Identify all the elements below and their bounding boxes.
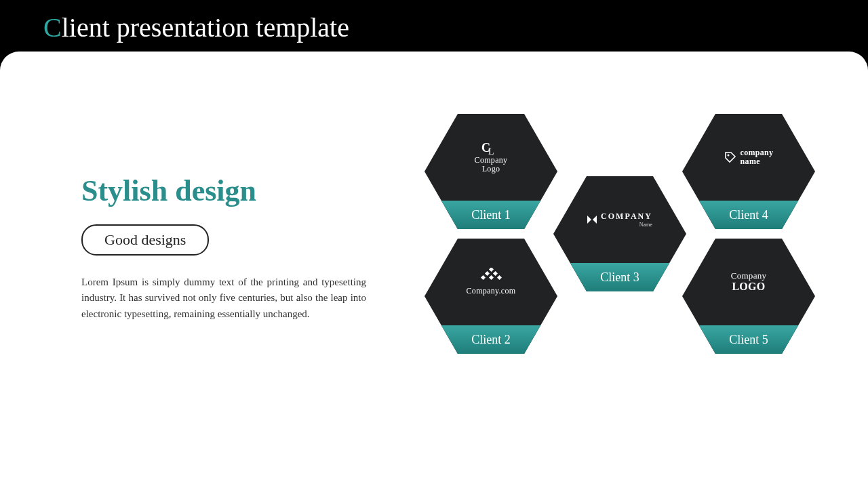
- client-2-label: Client 2: [425, 325, 557, 354]
- svg-marker-9: [593, 216, 597, 224]
- svg-point-10: [727, 155, 729, 157]
- client-2-logo-line1: Company.com: [467, 286, 516, 296]
- content-area: Stylish design Good designs Lorem Ipsum …: [0, 52, 868, 488]
- client-hex-1: C L Company Logo Client 1: [425, 114, 557, 229]
- client-3-logo-line2: Name: [601, 222, 652, 228]
- client-logo-1: C L Company Logo: [425, 114, 557, 201]
- body-text: Lorem Ipsum is simply dummy text of the …: [81, 274, 366, 322]
- heading: Stylish design: [81, 174, 400, 208]
- client-logo-3: COMPANY Name: [553, 176, 686, 263]
- client-5-logo-line1: Company: [731, 270, 767, 281]
- cl-monogram-icon: C L: [481, 141, 500, 156]
- client-hex-5: Company LOGO Client 5: [682, 239, 815, 354]
- svg-marker-8: [587, 216, 591, 224]
- client-5-logo-line2: LOGO: [732, 281, 765, 292]
- hex-grid: C L Company Logo Client 1: [400, 52, 868, 488]
- client-3-logo-line1: COMPANY: [601, 211, 652, 222]
- client-1-label: Client 1: [425, 201, 557, 229]
- client-logo-4: company name: [682, 114, 815, 201]
- client-5-label: Client 5: [682, 325, 815, 354]
- page-title-accent: C: [43, 12, 62, 43]
- slide: Stylish design Good designs Lorem Ipsum …: [0, 52, 868, 488]
- client-1-logo-line2: Logo: [482, 164, 500, 174]
- client-logo-2: Company.com: [425, 239, 557, 325]
- tag-icon: [724, 151, 736, 163]
- client-4-label: Client 4: [682, 201, 815, 229]
- page-title: lient presentation template: [62, 12, 349, 43]
- left-panel: Stylish design Good designs Lorem Ipsum …: [0, 52, 400, 488]
- arrow-bowtie-icon: [587, 216, 597, 224]
- client-hex-2: Company.com Client 2: [425, 239, 557, 354]
- title-bar: Client presentation template: [0, 0, 868, 54]
- svg-rect-2: [489, 268, 494, 272]
- svg-rect-7: [497, 275, 502, 280]
- client-logo-5: Company LOGO: [682, 239, 815, 325]
- client-4-logo-line2: name: [741, 157, 760, 166]
- svg-rect-4: [493, 271, 498, 276]
- svg-rect-3: [485, 271, 490, 276]
- client-1-logo-line1: Company: [475, 155, 508, 165]
- svg-text:L: L: [488, 146, 494, 156]
- subtitle-pill: Good designs: [81, 224, 209, 256]
- client-hex-3: COMPANY Name Client 3: [553, 176, 686, 291]
- diamonds-icon: [479, 268, 502, 284]
- client-4-logo-line1: company: [741, 148, 774, 157]
- client-3-label: Client 3: [553, 263, 686, 291]
- client-hex-4: company name Client 4: [682, 114, 815, 229]
- svg-rect-5: [481, 275, 486, 280]
- svg-rect-6: [489, 275, 494, 280]
